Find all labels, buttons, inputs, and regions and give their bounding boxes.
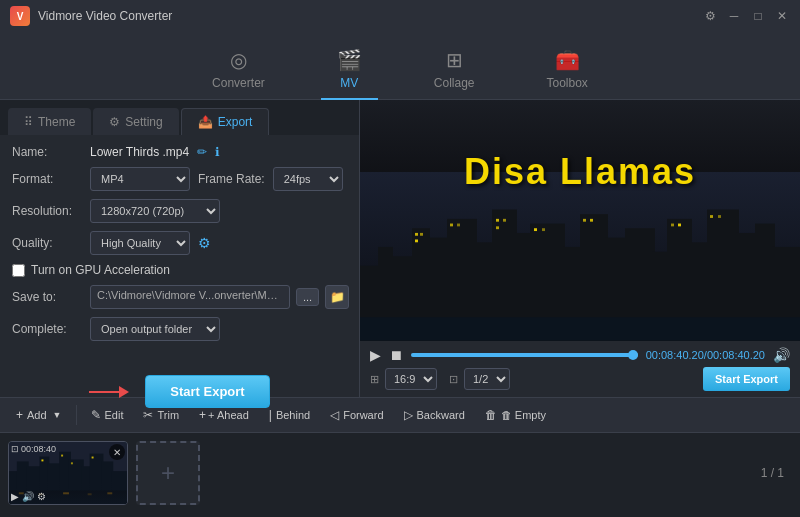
forward-button[interactable]: ◁ Forward <box>322 404 391 426</box>
nav-collage-label: Collage <box>434 76 475 90</box>
behind-button[interactable]: | Behind <box>261 404 318 426</box>
svg-rect-23 <box>420 233 423 236</box>
clip-settings-icon[interactable]: ⚙ <box>37 491 46 502</box>
skyline-graphic <box>360 172 800 341</box>
trim-button[interactable]: ✂ Trim <box>135 404 187 426</box>
nav-collage[interactable]: ⊞ Collage <box>418 40 491 100</box>
save-to-label: Save to: <box>12 290 82 304</box>
name-value: Lower Thirds .mp4 <box>90 145 189 159</box>
behind-icon: | <box>269 408 272 422</box>
mv-icon: 🎬 <box>337 48 362 72</box>
svg-rect-24 <box>415 240 418 243</box>
info-icon[interactable]: ℹ <box>215 145 220 159</box>
gpu-label: Turn on GPU Acceleration <box>31 263 170 277</box>
clip-close-button[interactable]: ✕ <box>109 444 125 460</box>
svg-rect-34 <box>671 224 674 227</box>
resolution-label: Resolution: <box>12 204 82 218</box>
gpu-checkbox[interactable] <box>12 264 25 277</box>
progress-thumb[interactable] <box>628 350 638 360</box>
minimize-button[interactable]: ─ <box>726 8 742 24</box>
timeline-area: ✕ ⊡ 00:08:40 ▶ 🔊 ⚙ + 1 / 1 <box>0 433 800 513</box>
add-icon: + <box>16 408 23 422</box>
stop-button[interactable]: ⏹ <box>389 347 403 363</box>
svg-rect-29 <box>496 227 499 230</box>
svg-rect-35 <box>678 224 681 227</box>
backward-button[interactable]: ▷ Backward <box>396 404 473 426</box>
start-export-right-button[interactable]: Start Export <box>703 367 790 391</box>
add-button[interactable]: + Add ▼ <box>8 404 70 426</box>
clip-play-icon[interactable]: ▶ <box>11 491 19 502</box>
framerate-select[interactable]: 24fps 30fps 60fps <box>273 167 343 191</box>
volume-button[interactable]: 🔊 <box>773 347 790 363</box>
maximize-button[interactable]: □ <box>750 8 766 24</box>
collage-icon: ⊞ <box>446 48 463 72</box>
tab-export[interactable]: 📤 Export <box>181 108 270 135</box>
close-button[interactable]: ✕ <box>774 8 790 24</box>
ratio-icon: ⊞ <box>370 373 379 386</box>
nav-mv[interactable]: 🎬 MV <box>321 40 378 100</box>
setting-tab-icon: ⚙ <box>109 115 120 129</box>
svg-rect-58 <box>63 492 69 494</box>
browse-dots-button[interactable]: ... <box>296 288 319 306</box>
edit-button[interactable]: ✎ Edit <box>83 404 132 426</box>
clip-item[interactable]: ✕ ⊡ 00:08:40 ▶ 🔊 ⚙ <box>8 441 128 505</box>
nav-converter-label: Converter <box>212 76 265 90</box>
svg-rect-37 <box>718 215 721 218</box>
tab-setting[interactable]: ⚙ Setting <box>93 108 178 135</box>
nav-converter[interactable]: ◎ Converter <box>196 40 281 100</box>
ratio-select[interactable]: 16:9 4:3 1:1 <box>385 368 437 390</box>
empty-label: 🗑 Empty <box>501 409 546 421</box>
svg-rect-30 <box>534 229 537 232</box>
settings-button[interactable]: ⚙ <box>702 8 718 24</box>
tab-export-label: Export <box>218 115 253 129</box>
ahead-icon: + <box>199 408 206 422</box>
format-select[interactable]: MP4 AVI MOV <box>90 167 190 191</box>
svg-rect-28 <box>503 219 506 222</box>
add-clip-button[interactable]: + <box>136 441 200 505</box>
svg-rect-25 <box>450 224 453 227</box>
toolbox-icon: 🧰 <box>555 48 580 72</box>
add-dropdown-arrow[interactable]: ▼ <box>53 410 62 420</box>
clip-audio-icon[interactable]: 🔊 <box>22 491 34 502</box>
svg-rect-51 <box>41 459 43 461</box>
tab-theme[interactable]: ⠿ Theme <box>8 108 91 135</box>
quality-select[interactable]: High Quality Medium Quality Low Quality <box>90 231 190 255</box>
edit-name-icon[interactable]: ✏ <box>197 145 207 159</box>
complete-label: Complete: <box>12 322 82 336</box>
nav-toolbox[interactable]: 🧰 Toolbox <box>531 40 604 100</box>
ahead-button[interactable]: + + Ahead <box>191 404 257 426</box>
svg-rect-46 <box>69 459 84 504</box>
theme-tab-icon: ⠿ <box>24 115 33 129</box>
nav-mv-label: MV <box>340 76 358 90</box>
timeline-counter: 1 / 1 <box>761 466 784 480</box>
svg-rect-31 <box>542 229 545 232</box>
quality-settings-icon[interactable]: ⚙ <box>198 235 211 251</box>
video-controls: ▶ ⏹ 00:08:40.20/00:08:40.20 🔊 ⊞ 16:9 4:3 <box>360 341 800 397</box>
svg-rect-50 <box>111 471 127 504</box>
edit-icon: ✎ <box>91 408 101 422</box>
open-folder-button[interactable]: 📁 <box>325 285 349 309</box>
left-panel: ⠿ Theme ⚙ Setting 📤 Export Name: Lower T… <box>0 100 360 397</box>
converter-icon: ◎ <box>230 48 247 72</box>
svg-rect-38 <box>360 318 800 341</box>
clip-controls: ▶ 🔊 ⚙ <box>11 491 46 502</box>
arrow-line <box>89 391 119 393</box>
svg-rect-52 <box>61 455 63 457</box>
zoom-icon: ⊡ <box>449 373 458 386</box>
name-label: Name: <box>12 145 82 159</box>
preview-title-text: Disa Llamas <box>464 151 696 193</box>
svg-rect-59 <box>88 493 92 495</box>
resolution-select[interactable]: 1280x720 (720p) 1920x1080 (1080p) <box>90 199 220 223</box>
empty-button[interactable]: 🗑 🗑 Empty <box>477 404 554 426</box>
progress-bar[interactable] <box>411 353 638 357</box>
edit-label: Edit <box>105 409 124 421</box>
format-label: Format: <box>12 172 82 186</box>
trim-label: Trim <box>157 409 179 421</box>
frame-rate-label: Frame Rate: <box>198 172 265 186</box>
zoom-select[interactable]: 1/2 1/1 2/1 <box>464 368 510 390</box>
tab-bar: ⠿ Theme ⚙ Setting 📤 Export <box>0 100 359 135</box>
svg-rect-22 <box>415 233 418 236</box>
add-label: Add <box>27 409 47 421</box>
play-button[interactable]: ▶ <box>370 347 381 363</box>
complete-select[interactable]: Open output folder Do nothing <box>90 317 220 341</box>
